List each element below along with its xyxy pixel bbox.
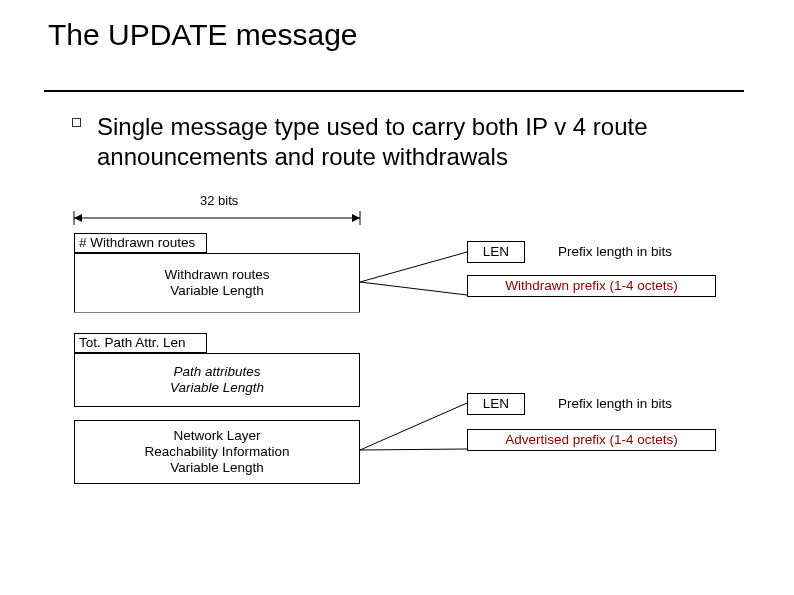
prefix-len2-label: Prefix length in bits [558, 396, 672, 411]
bullet-icon [72, 118, 81, 127]
advertised-prefix-cell: Advertised prefix (1-4 octets) [467, 429, 716, 451]
svg-line-8 [360, 449, 467, 450]
path-attr-len-header: Tot. Path Attr. Len [74, 333, 207, 353]
prefix-len1-label: Prefix length in bits [558, 244, 672, 259]
title-divider [44, 90, 744, 92]
withdrawn-prefix-cell: Withdrawn prefix (1-4 octets) [467, 275, 716, 297]
svg-line-6 [360, 282, 467, 295]
path-attributes-body: Path attributes Variable Length [74, 353, 360, 407]
svg-line-7 [360, 403, 467, 450]
nlri-body: Network Layer Reachability Information V… [74, 420, 360, 484]
svg-marker-2 [352, 214, 360, 222]
withdrawn-routes-header: # Withdrawn routes [74, 233, 207, 253]
len2-cell: LEN [467, 393, 525, 415]
withdrawn-routes-body: Withdrawn routes Variable Length [74, 253, 360, 313]
bits-label: 32 bits [200, 193, 238, 208]
svg-line-5 [360, 252, 467, 282]
svg-marker-1 [74, 214, 82, 222]
slide-title: The UPDATE message [48, 18, 358, 52]
len1-cell: LEN [467, 241, 525, 263]
slide-subtitle: Single message type used to carry both I… [97, 112, 717, 172]
